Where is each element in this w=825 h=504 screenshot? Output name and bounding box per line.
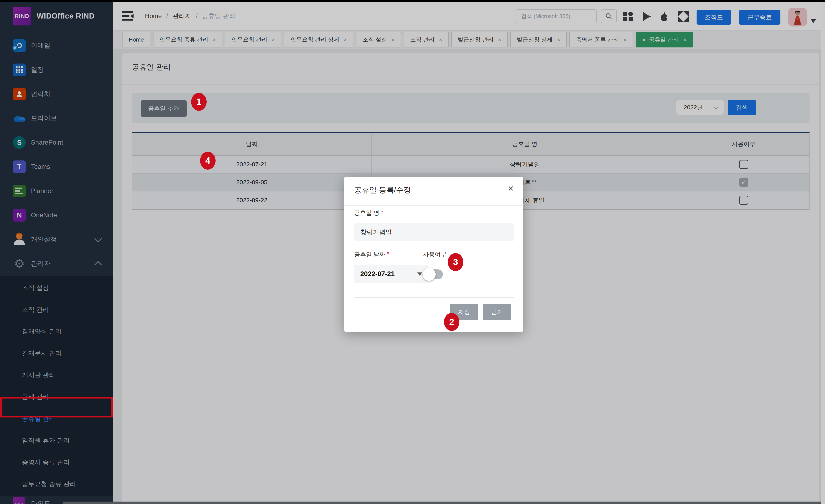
holiday-name-label: 공휴일 명*: [354, 209, 383, 217]
holiday-name-input[interactable]: [354, 223, 514, 241]
required-mark: *: [381, 209, 383, 215]
holiday-date-label: 공휴일 날짜*: [354, 250, 389, 259]
app-root: RIND WIDOffice RIND Home / 관리자 / 공휴일 관리: [0, 0, 825, 504]
holiday-date-value: 2022-07-21: [360, 270, 395, 278]
annotation-badge-4: 4: [200, 152, 216, 170]
use-toggle-label: 사용여부: [423, 250, 447, 259]
required-mark: *: [387, 250, 389, 257]
annotation-highlight-rect: [0, 397, 113, 418]
use-toggle-switch[interactable]: [423, 269, 443, 280]
annotation-badge-2: 2: [444, 313, 459, 331]
annotation-badge-1: 1: [191, 93, 207, 111]
close-icon[interactable]: ×: [508, 183, 514, 194]
holiday-date-select[interactable]: 2022-07-21: [354, 265, 428, 283]
close-button[interactable]: 닫기: [483, 304, 511, 320]
annotation-badge-3: 3: [448, 253, 463, 271]
divider: [354, 297, 514, 298]
holiday-edit-modal: 공휴일 등록/수정 × 공휴일 명* 공휴일 날짜* 사용여부 2022-07-…: [344, 177, 523, 332]
modal-title: 공휴일 등록/수정: [354, 185, 411, 195]
caret-down-icon: [417, 273, 422, 276]
divider: [344, 205, 523, 206]
